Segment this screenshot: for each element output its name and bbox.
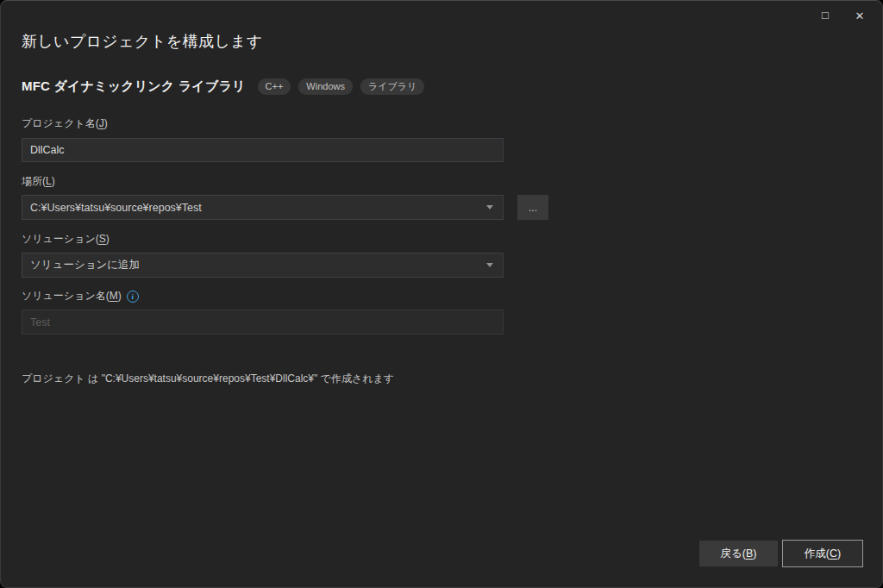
page-title: 新しいプロジェクトを構成します <box>22 31 263 52</box>
project-type-row: MFC ダイナミックリンク ライブラリ C++ Windows ライブラリ <box>22 78 424 95</box>
create-button[interactable]: 作成(C) <box>782 540 863 567</box>
location-combobox[interactable]: C:¥Users¥tatsu¥source¥repos¥Test <box>22 195 504 220</box>
maximize-icon: □ <box>822 9 829 21</box>
maximize-button[interactable]: □ <box>808 3 842 28</box>
solution-combobox[interactable]: ソリューションに追加 <box>22 253 504 278</box>
tag-badge-windows: Windows <box>298 78 353 95</box>
tag-badge-cpp: C++ <box>258 78 291 95</box>
tag-badge-library: ライブラリ <box>360 78 424 95</box>
project-name-label: プロジェクト名(J) <box>22 116 108 131</box>
back-button[interactable]: 戻る(B) <box>699 541 778 566</box>
project-name-input[interactable] <box>22 138 504 162</box>
ellipsis-icon: ... <box>529 202 537 214</box>
solution-name-label: ソリューション名(M) i <box>22 289 139 303</box>
window-controls: □ ✕ <box>808 3 877 28</box>
project-type-title: MFC ダイナミックリンク ライブラリ <box>22 78 246 95</box>
solution-name-input <box>22 310 504 335</box>
chevron-down-icon <box>486 263 493 267</box>
browse-button[interactable]: ... <box>517 195 548 220</box>
output-path-message: プロジェクト は "C:¥Users¥tatsu¥source¥repos¥Te… <box>22 372 394 386</box>
configure-project-dialog: □ ✕ 新しいプロジェクトを構成します MFC ダイナミックリンク ライブラリ … <box>0 0 883 588</box>
location-label: 場所(L) <box>22 174 55 189</box>
info-icon[interactable]: i <box>127 291 139 303</box>
solution-value: ソリューションに追加 <box>30 258 486 272</box>
close-icon: ✕ <box>855 10 865 22</box>
location-value: C:¥Users¥tatsu¥source¥repos¥Test <box>30 202 486 214</box>
close-button[interactable]: ✕ <box>842 3 877 28</box>
chevron-down-icon <box>486 205 493 210</box>
solution-label: ソリューション(S) <box>22 232 110 247</box>
